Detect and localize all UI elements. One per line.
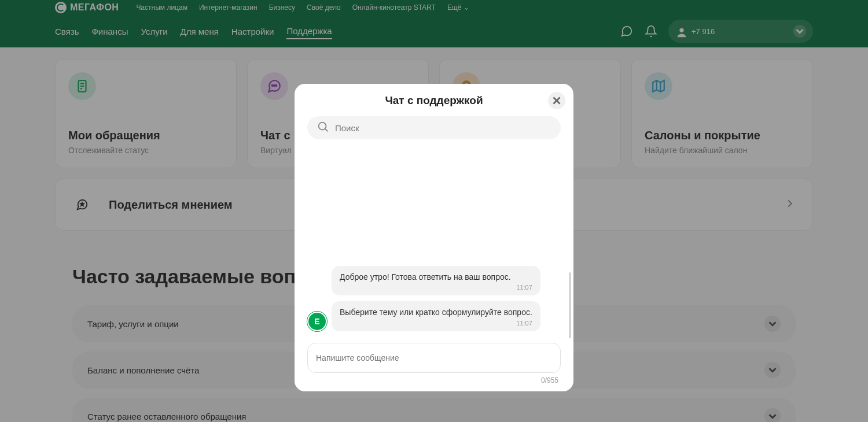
chat-message: Доброе утро! Готова ответить на ваш вопр… [332, 266, 540, 296]
message-text: Доброе утро! Готова ответить на ваш вопр… [340, 272, 511, 282]
chat-search-input[interactable] [335, 123, 551, 133]
svg-point-12 [319, 123, 326, 130]
search-icon [317, 120, 329, 135]
bot-avatar: E [307, 312, 327, 331]
message-time: 11:07 [340, 319, 532, 328]
scrollbar[interactable] [569, 272, 571, 338]
chat-search[interactable] [307, 116, 561, 139]
support-chat-modal: Чат с поддержкой E Доброе утро! Готова о… [295, 84, 573, 391]
close-button[interactable] [548, 92, 565, 109]
modal-overlay[interactable]: Чат с поддержкой E Доброе утро! Готова о… [0, 0, 868, 422]
message-time: 11:07 [340, 283, 532, 292]
message-text: Выберите тему или кратко сформулируйте в… [340, 308, 532, 317]
char-counter: 0/955 [295, 376, 558, 384]
chat-message: Выберите тему или кратко сформулируйте в… [332, 301, 540, 331]
message-input-box[interactable] [307, 343, 561, 373]
modal-title: Чат с поддержкой [295, 94, 573, 107]
message-input[interactable] [316, 353, 552, 362]
svg-line-13 [325, 129, 328, 131]
